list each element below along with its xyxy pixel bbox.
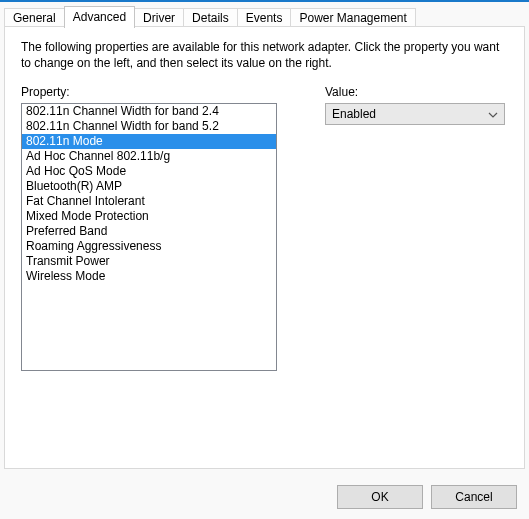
tab-label: Driver xyxy=(143,11,175,25)
tab-advanced[interactable]: Advanced xyxy=(64,6,135,28)
advanced-tab-panel: The following properties are available f… xyxy=(4,26,525,469)
button-label: OK xyxy=(371,490,388,504)
cancel-button[interactable]: Cancel xyxy=(431,485,517,509)
properties-dialog: General Advanced Driver Details Events P… xyxy=(0,0,529,519)
chevron-down-icon xyxy=(488,107,498,121)
tab-label: Advanced xyxy=(73,10,126,24)
tab-power-management[interactable]: Power Management xyxy=(290,8,415,28)
property-list-item[interactable]: Mixed Mode Protection xyxy=(22,209,276,224)
property-label: Property: xyxy=(21,85,277,99)
property-list-item[interactable]: 802.11n Channel Width for band 2.4 xyxy=(22,104,276,119)
columns: Property: 802.11n Channel Width for band… xyxy=(21,85,508,371)
tab-strip: General Advanced Driver Details Events P… xyxy=(0,2,529,28)
tab-details[interactable]: Details xyxy=(183,8,238,28)
value-dropdown[interactable]: Enabled xyxy=(325,103,505,125)
property-list-item[interactable]: 802.11n Mode xyxy=(22,134,276,149)
tab-label: General xyxy=(13,11,56,25)
property-list-item[interactable]: 802.11n Channel Width for band 5.2 xyxy=(22,119,276,134)
tab-driver[interactable]: Driver xyxy=(134,8,184,28)
tab-general[interactable]: General xyxy=(4,8,65,28)
property-list-item[interactable]: Transmit Power xyxy=(22,254,276,269)
tab-events[interactable]: Events xyxy=(237,8,292,28)
value-label: Value: xyxy=(325,85,485,99)
tab-label: Details xyxy=(192,11,229,25)
ok-button[interactable]: OK xyxy=(337,485,423,509)
property-column: Property: 802.11n Channel Width for band… xyxy=(21,85,277,371)
dialog-button-bar: OK Cancel xyxy=(337,485,517,509)
property-list-item[interactable]: Bluetooth(R) AMP xyxy=(22,179,276,194)
property-list-item[interactable]: Ad Hoc Channel 802.11b/g xyxy=(22,149,276,164)
value-selected-text: Enabled xyxy=(332,107,376,121)
property-list-item[interactable]: Roaming Aggressiveness xyxy=(22,239,276,254)
property-list-item[interactable]: Fat Channel Intolerant xyxy=(22,194,276,209)
property-listbox[interactable]: 802.11n Channel Width for band 2.4802.11… xyxy=(21,103,277,371)
property-list-item[interactable]: Preferred Band xyxy=(22,224,276,239)
property-list-item[interactable]: Ad Hoc QoS Mode xyxy=(22,164,276,179)
intro-text: The following properties are available f… xyxy=(21,39,508,71)
tab-label: Events xyxy=(246,11,283,25)
button-label: Cancel xyxy=(455,490,492,504)
value-column: Value: Enabled xyxy=(325,85,485,371)
property-list-item[interactable]: Wireless Mode xyxy=(22,269,276,284)
tab-label: Power Management xyxy=(299,11,406,25)
